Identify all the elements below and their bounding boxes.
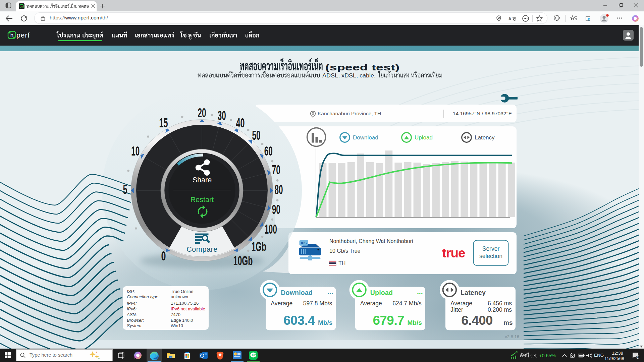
svg-text:6.456 ms: 6.456 ms [488,300,512,307]
svg-text:Latency: Latency [475,134,495,141]
svg-text:Nonthaburi, Chang Wat Nonthabu: Nonthaburi, Chang Wat Nonthaburi [329,238,413,244]
svg-text:ASN:: ASN: [126,312,137,317]
svg-text:Latency: Latency [461,289,486,296]
svg-text:20: 20 [198,106,206,120]
svg-text:603.4: 603.4 [283,313,315,327]
svg-text:Average: Average [360,300,382,307]
svg-text:5: 5 [123,182,127,197]
svg-text:Jitter: Jitter [450,306,463,313]
svg-text:...: ... [327,288,333,296]
svg-text:perf: perf [16,31,30,39]
svg-text:IPS: IPS [301,241,307,245]
svg-text:Server: Server [482,245,500,252]
svg-text:10 Gb/s True: 10 Gb/s True [329,248,361,254]
svg-text:Average: Average [271,300,292,307]
svg-text:n: n [21,5,22,8]
svg-text:IPv6 not available: IPv6 not available [171,306,205,311]
svg-text:14.16957°N / 98.97032°E: 14.16957°N / 98.97032°E [453,111,512,116]
svg-text:unknown: unknown [171,294,188,299]
svg-text:7470: 7470 [171,312,180,317]
svg-text:100: 100 [265,222,277,236]
svg-text:Compare: Compare [186,245,218,253]
svg-text:True Online: True Online [171,289,193,294]
svg-text:Average: Average [450,300,472,307]
svg-text:15: 15 [159,116,168,130]
svg-text:a: a [508,16,511,21]
svg-text:Edge 140.0: Edge 140.0 [171,318,193,323]
svg-text:System:: System: [127,323,143,328]
svg-text:60: 60 [264,144,273,158]
svg-text:...: ... [417,288,423,296]
svg-text:Browser:: Browser: [127,318,144,323]
svg-text:171.100.75.26: 171.100.75.26 [171,301,199,306]
svg-text:Win10: Win10 [171,323,183,328]
svg-text:70: 70 [272,163,280,177]
svg-text:0.200 ms: 0.200 ms [488,306,512,313]
svg-text:40: 40 [236,116,245,130]
svg-text:Upload: Upload [370,289,393,296]
svg-text:30: 30 [218,108,226,123]
svg-text:ms: ms [503,319,513,326]
svg-text:0: 0 [161,249,166,263]
svg-text:Share: Share [193,176,212,184]
svg-text:Kanchanaburi Province, TH: Kanchanaburi Province, TH [318,111,381,116]
svg-text:ISP:: ISP: [127,289,135,294]
svg-text:90: 90 [272,202,280,217]
svg-text:624.7 Mb/s: 624.7 Mb/s [392,300,422,307]
svg-text:selection: selection [479,253,502,259]
svg-text:1: 1 [637,356,638,358]
svg-text:LINE: LINE [251,354,256,356]
svg-text:Upload: Upload [415,134,433,141]
svg-text:50: 50 [252,128,260,142]
svg-text:10: 10 [131,144,140,158]
svg-text:TH: TH [338,260,345,266]
svg-text:Restart: Restart [191,196,214,204]
svg-text:679.7: 679.7 [373,313,404,327]
svg-text:v2.8.16: v2.8.16 [505,334,519,339]
svg-text:ADSL, xDSL, cable,: ADSL, xDSL, cable, [322,72,376,78]
svg-text:597.8 Mb/s: 597.8 Mb/s [303,300,332,307]
svg-text:e: e [588,16,590,21]
svg-text:Download: Download [353,134,378,141]
svg-text:10Gb: 10Gb [233,253,253,268]
svg-text:(speed test): (speed test) [325,63,400,72]
svg-text:IPv6:: IPv6: [127,306,137,311]
svg-text:IPv4:: IPv4: [127,301,137,306]
svg-text:n: n [10,32,13,39]
svg-text:Mb/s: Mb/s [318,319,332,326]
svg-text:1Gb: 1Gb [252,239,266,254]
svg-text:6.400: 6.400 [461,313,493,327]
svg-text:true: true [442,246,465,260]
svg-text:Download: Download [281,289,313,296]
svg-text:Connection type:: Connection type: [127,294,160,299]
svg-text:80: 80 [275,182,283,197]
svg-text:Mb/s: Mb/s [408,319,422,326]
